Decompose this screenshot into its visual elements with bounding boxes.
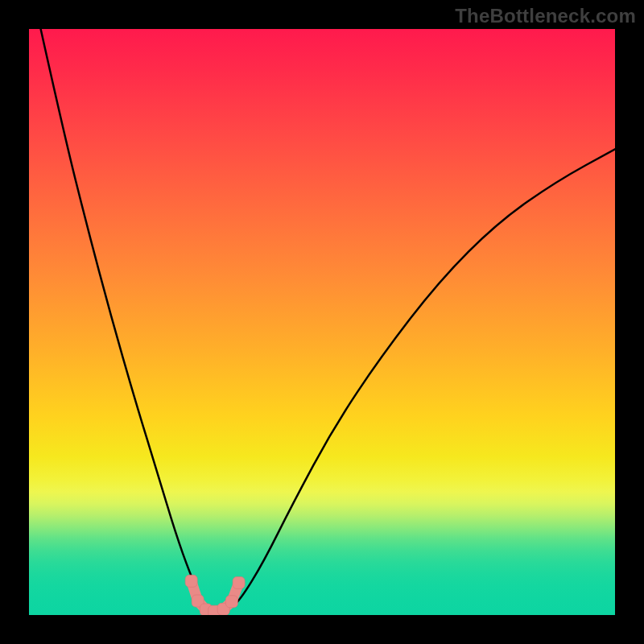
valley-marker [225,596,237,608]
chart-svg [29,29,615,615]
marker-layer [185,575,245,615]
curve-layer [41,29,615,611]
valley-marker [185,575,197,587]
watermark-text: TheBottleneck.com [455,5,636,27]
chart-frame: TheBottleneck.com [0,0,644,644]
valley-marker [233,576,245,588]
plot-area [29,29,615,615]
bottleneck-curve-path [41,29,615,611]
